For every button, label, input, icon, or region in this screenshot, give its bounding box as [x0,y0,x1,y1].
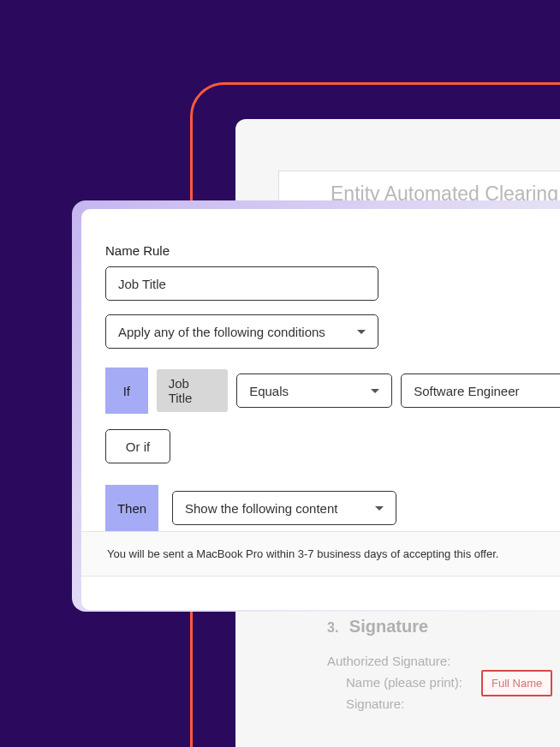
chevron-down-icon [371,389,379,393]
operator-value: Equals [249,384,289,398]
name-rule-input[interactable]: Job Title [105,266,378,301]
rule-builder-modal: Name Rule Job Title Apply any of the fol… [81,209,560,610]
if-label: If [105,368,148,414]
signature-section: 3. Signature Authorized Signature: Name … [327,617,462,711]
name-print-label: Name (please print): [346,675,462,690]
authorized-signature-label: Authorized Signature: [327,654,462,668]
condition-mode-select[interactable]: Apply any of the following conditions [105,314,378,349]
if-condition-row: If Job Title Equals Software Engineer [105,368,560,414]
field-chip[interactable]: Job Title [157,369,229,412]
condition-value: Software Engineer [414,384,519,398]
operator-select[interactable]: Equals [236,374,392,408]
then-action-row: Then Show the following content [105,485,560,531]
content-preview-text: You will be sent a MacBook Pro within 3-… [81,531,560,577]
condition-mode-value: Apply any of the following conditions [118,325,325,339]
signature-label: Signature: [346,696,462,711]
signature-heading: Signature [349,617,428,636]
condition-value-input[interactable]: Software Engineer [401,374,560,408]
or-if-button[interactable]: Or if [105,429,170,463]
chevron-down-icon [357,330,366,334]
name-rule-label: Name Rule [105,243,560,258]
fullname-input[interactable]: Full Name [481,670,552,696]
then-action-select[interactable]: Show the following content [172,491,396,525]
chevron-down-icon [375,506,384,511]
then-label: Then [105,485,158,531]
then-action-value: Show the following content [185,501,337,516]
signature-step-number: 3. [327,620,338,636]
name-rule-value: Job Title [118,277,166,291]
